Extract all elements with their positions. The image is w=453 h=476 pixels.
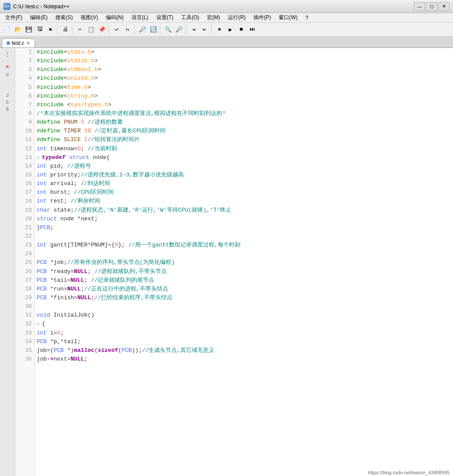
panel-icon-1[interactable]: ⋮ [3,50,12,58]
left-panel: ⋮ ✕ ≡ J C S [0,48,15,476]
line-numbers: 12345 678910 1112131415 1617181920 21222… [15,48,35,476]
code-line-30 [35,302,453,311]
indent-btn[interactable]: ⇥ [189,24,199,35]
title-bar: N+ C:\U \test.c - Notepad++ — ◻ ✕ [0,0,453,13]
code-line-35: job=(PCB *)malloc(sizeof(PCB));//生成头节点,其… [35,346,453,355]
code-line-31: void InitialJob() [35,311,453,320]
outdent-btn[interactable]: ⇤ [199,24,210,35]
code-line-34: PCB *p,*tail; [35,338,453,346]
panel-marker-d: S [6,107,9,112]
panel-marker-c: C [6,100,9,105]
status-bar: https://blog.csdn.net/weixin_43408595 [365,469,453,476]
code-line-21: }PCB; [35,223,453,232]
tab-label: test.c [12,40,24,46]
code-line-32: ⊟{ [35,320,453,328]
tab-close-btn[interactable]: ✕ [26,41,30,46]
tab-test-c[interactable]: test.c ✕ [2,38,35,47]
code-line-2: #include<stdlib.h> [35,57,453,65]
undo-btn[interactable]: ↩ [112,24,122,35]
panel-marker-b: J [6,93,9,98]
sep7 [211,25,213,34]
code-line-26: PCB *ready=NULL; //进程就绪队列,不带头节点 [35,267,453,276]
find-btn[interactable]: 🔎 [137,24,148,35]
macro-record-btn[interactable]: ● [214,24,225,35]
code-line-14: int pid; //进程号 [35,162,453,171]
code-line-33: int i=0; [35,329,453,338]
print-btn[interactable]: 🖨 [60,24,71,35]
new-btn[interactable]: 📄 [2,24,12,35]
macro-stop-btn[interactable]: ■ [236,24,247,35]
code-line-17: int burst; //CPU区间时间 [35,188,453,197]
code-line-5: #include<time.h> [35,83,453,92]
save-all-btn[interactable]: 🖫 [34,24,45,35]
code-line-13: ⊟typedef struct node{ [35,153,453,162]
menu-window[interactable]: 窗口(W) [275,13,301,22]
sep1 [57,25,59,34]
redo-btn[interactable]: ↪ [122,24,133,35]
window-title: C:\U \test.c - Notepad++ [13,3,69,10]
macro-run-btn[interactable]: ⏭ [247,24,257,35]
menu-search[interactable]: 搜索(S) [52,13,76,22]
minimize-button[interactable]: — [414,2,425,11]
menu-language[interactable]: 语言(L) [128,13,152,22]
zoom-in-btn[interactable]: 🔍 [163,24,173,35]
code-line-16: int arrival; //到达时间 [35,179,453,188]
code-line-22 [35,232,453,241]
close-button[interactable]: ✕ [438,2,450,11]
code-line-25: PCB *job;//所有作业的序列,带头节点(为简化编程) [35,258,453,267]
menu-run[interactable]: 运行(R) [224,13,249,22]
code-line-15: int priority;//进程优先级,1~3,数字越小优先级越高 [35,171,453,179]
toolbar: 📄 📂 💾 🖫 ✖ 🖨 ✂ 📋 📌 ↩ ↪ 🔎 🔃 🔍 🔎 ⇥ ⇤ ● ▶ ■ … [0,23,453,37]
app-icon: N+ [3,3,10,10]
replace-btn[interactable]: 🔃 [148,24,159,35]
menu-settings[interactable]: 设置(T) [153,13,177,22]
code-line-3: #include<stdbool.h> [35,65,453,74]
code-line-27: PCB *tail=NULL; //记录就绪队列的尾节点 [35,276,453,285]
panel-marker-x: ✕ [6,63,9,70]
menu-tools[interactable]: 工具(O) [178,13,203,22]
menu-view[interactable]: 视图(V) [77,13,101,22]
menu-plugins[interactable]: 插件(P) [250,13,274,22]
code-line-24 [35,250,453,258]
restore-button[interactable]: ◻ [426,2,437,11]
sep5 [160,25,162,34]
code-line-36: job->next=NULL; [35,355,453,364]
menu-help[interactable]: ? [302,14,312,22]
save-btn[interactable]: 💾 [24,24,34,35]
code-area[interactable]: #include<stdio.h> #include<stdlib.h> #in… [35,48,453,476]
close-btn[interactable]: ✖ [45,24,56,35]
code-line-28: PCB *run=NULL;//正在运行中的进程,不带头结点 [35,285,453,294]
editor-body: 12345 678910 1112131415 1617181920 21222… [15,48,453,476]
panel-marker-eq: ≡ [6,72,9,78]
code-line-12: int timenow=0; //当前时刻 [35,145,453,153]
code-line-10: #define TIMER 10 //定时器,最长CPU区间时间 [35,127,453,135]
sep2 [72,25,74,34]
code-line-18: int rest; //剩余时间 [35,197,453,206]
menu-macro[interactable]: 宏(M) [203,13,223,22]
cut-btn[interactable]: ✂ [75,24,85,35]
paste-btn[interactable]: 📌 [97,24,107,35]
copy-btn[interactable]: 📋 [86,24,96,35]
menu-edit[interactable]: 编辑(E) [27,13,51,22]
zoom-out-btn[interactable]: 🔎 [174,24,184,35]
code-line-6: #include<string.h> [35,92,453,101]
code-line-29: PCB *finish=NULL;//已经结束的程序,不带头结点 [35,294,453,302]
code-line-19: char state;//进程状态,'N'新建,'R'运行,'W'等待CPU(就… [35,206,453,215]
code-line-4: #include<unistd.h> [35,74,453,83]
window-controls[interactable]: — ◻ ✕ [414,2,450,11]
macro-play-btn[interactable]: ▶ [225,24,236,35]
status-url: https://blog.csdn.net/weixin_43408595 [368,470,450,475]
code-line-1: #include<stdio.h> [35,48,453,57]
title-bar-left: N+ C:\U \test.c - Notepad++ [3,3,69,10]
menu-bar: 文件(F) 编辑(E) 搜索(S) 视图(V) 编码(N) 语言(L) 设置(T… [0,13,453,23]
menu-encoding[interactable]: 编码(N) [102,13,127,22]
code-line-11: #define SLICE 2//轮转算法的时间片 [35,135,453,144]
menu-file[interactable]: 文件(F) [2,13,26,22]
sep6 [186,25,187,34]
sep4 [134,25,136,34]
open-btn[interactable]: 📂 [13,24,23,35]
code-line-20: struct node *next; [35,215,453,223]
code-line-23: int gantt[TIMER*PNUM]={0}; //用一个gantt数组记… [35,241,453,250]
tab-dot [7,41,10,45]
code-line-7: #include <sys/types.h> [35,101,453,109]
